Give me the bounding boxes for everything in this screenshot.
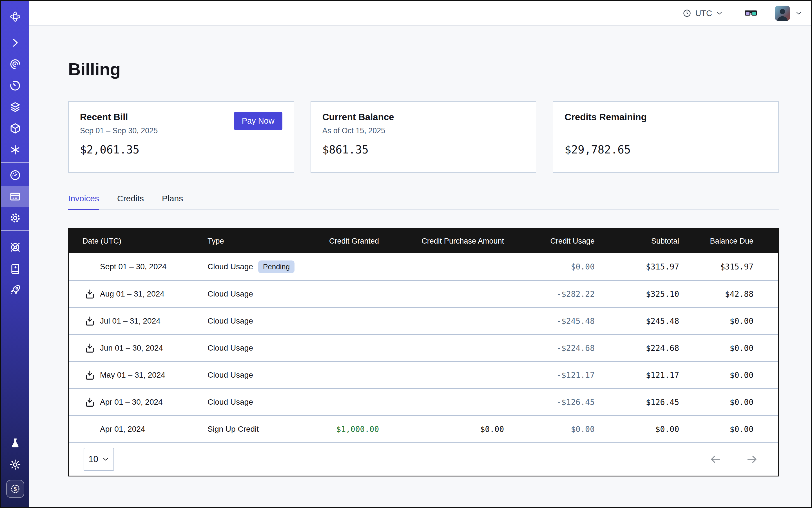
column-header-balance-due: Balance Due (703, 237, 778, 246)
helm-wheel-icon[interactable] (1, 237, 29, 258)
credits-remaining-amount: $29,782.65 (564, 143, 767, 156)
invoice-type: Cloud Usage (208, 344, 253, 352)
sidebar-divider (1, 230, 29, 231)
invoice-date: Jun 01 – 30, 2024 (100, 344, 163, 352)
invoice-type: Cloud Usage (208, 371, 253, 380)
invoice-type: Cloud Usage (208, 316, 253, 326)
rocket-icon[interactable] (1, 279, 29, 301)
cube-icon[interactable] (1, 118, 29, 139)
invoice-date: May 01 – 31, 2024 (100, 371, 165, 380)
balance-due: $0.00 (703, 371, 778, 380)
balance-due: $0.00 (703, 397, 778, 407)
orbit-logo-icon[interactable] (1, 1, 29, 32)
credit-usage: -$121.17 (528, 371, 619, 380)
pagination-arrows (708, 453, 760, 466)
tab-plans[interactable]: Plans (162, 194, 183, 210)
stereo-glasses-button[interactable] (743, 8, 759, 18)
download-invoice-button[interactable] (84, 369, 96, 381)
credit-usage: $0.00 (528, 262, 619, 271)
credits-remaining-card: Credits Remaining $29,782.65 (553, 101, 779, 173)
column-header-credit-usage: Credit Usage (528, 237, 619, 246)
column-header-subtotal: Subtotal (619, 237, 703, 246)
credit-usage: -$282.22 (528, 290, 619, 299)
invoice-type: Cloud Usage (208, 397, 253, 407)
tab-credits[interactable]: Credits (117, 194, 144, 210)
sidebar-spacer (1, 301, 29, 432)
table-row: Apr 01 – 30, 2024 Cloud Usage -$126.45 $… (69, 388, 778, 415)
timezone-selector[interactable]: UTC (681, 8, 725, 18)
sidebar-divider (1, 162, 29, 163)
invoice-date: Apr 01, 2024 (100, 425, 145, 434)
sidebar: $ (1, 1, 29, 507)
column-header-credit-granted: Credit Granted (309, 237, 403, 246)
page-size-select[interactable]: 10 (84, 448, 114, 471)
credit-purchase-amount: $0.00 (403, 425, 528, 434)
credit-usage: -$245.48 (528, 316, 619, 326)
current-balance-card: Current Balance As of Oct 15, 2025 $861.… (310, 101, 537, 173)
table-row: Jun 01 – 30, 2024 Cloud Usage -$224.68 $… (69, 334, 778, 361)
book-sparkle-icon[interactable] (1, 258, 29, 279)
gauge-icon[interactable] (1, 164, 29, 186)
table-row: Apr 01, 2024 Sign Up Credit $1,000.00 $0… (69, 415, 778, 442)
download-invoice-button[interactable] (84, 342, 96, 354)
table-header: Date (UTC) Type Credit Granted Credit Pu… (69, 229, 778, 253)
previous-page-button[interactable] (708, 453, 723, 466)
table-row: Jul 01 – 31, 2024 Cloud Usage -$245.48 $… (69, 307, 778, 334)
gear-icon[interactable] (1, 207, 29, 229)
subtotal: $245.48 (619, 316, 703, 326)
pay-now-button[interactable]: Pay Now (234, 112, 283, 130)
chevron-down-icon (102, 456, 109, 463)
timer-icon[interactable] (1, 75, 29, 96)
tab-invoices[interactable]: Invoices (68, 194, 99, 210)
account-menu[interactable] (775, 6, 803, 21)
balance-due: $42.88 (703, 290, 778, 299)
subtotal: $126.45 (619, 397, 703, 407)
invoice-date: Sept 01 – 30, 2024 (100, 262, 167, 271)
column-header-date: Date (UTC) (69, 237, 208, 246)
flask-icon[interactable] (1, 432, 29, 454)
app-window: $ UTC (0, 0, 812, 508)
credit-usage: -$126.45 (528, 397, 619, 407)
main-area: UTC Billing (29, 1, 811, 507)
topbar: UTC (29, 1, 811, 26)
invoice-date: Apr 01 – 30, 2024 (100, 397, 163, 407)
billing-page: Billing Recent Bill Sep 01 – Sep 30, 202… (29, 26, 811, 507)
download-slot (84, 423, 96, 435)
layers-icon[interactable] (1, 96, 29, 118)
summary-cards: Recent Bill Sep 01 – Sep 30, 2025 $2,061… (68, 101, 779, 173)
arrow-right-icon (746, 453, 758, 465)
subtotal: $325.10 (619, 290, 703, 299)
page-title: Billing (68, 59, 779, 79)
clock-icon (682, 9, 691, 18)
expand-sidebar-chevron-right-icon[interactable] (1, 32, 29, 53)
credit-usage: -$224.68 (528, 344, 619, 353)
dollar-badge-icon: $ (6, 480, 24, 498)
page-size-value: 10 (88, 454, 98, 464)
card-title: Credits Remaining (564, 112, 767, 123)
subtotal: $0.00 (619, 425, 703, 434)
current-balance-amount: $861.35 (323, 143, 525, 156)
svg-text:$: $ (14, 486, 17, 492)
invoice-date: Aug 01 – 31, 2024 (100, 290, 164, 298)
recent-bill-amount: $2,061.35 (80, 143, 283, 156)
download-icon (84, 370, 95, 381)
eye-spiral-icon[interactable] (1, 53, 29, 75)
download-invoice-button[interactable] (84, 288, 96, 300)
download-invoice-button[interactable] (84, 396, 96, 408)
asterisk-icon[interactable] (1, 139, 29, 161)
credits-badge-button[interactable]: $ (1, 475, 29, 502)
invoices-table: Date (UTC) Type Credit Granted Credit Pu… (68, 228, 779, 476)
sun-icon[interactable] (1, 454, 29, 475)
download-icon (84, 288, 95, 300)
credit-usage: $0.00 (528, 425, 619, 434)
download-invoice-button[interactable] (84, 315, 96, 327)
credit-granted: $1,000.00 (309, 425, 403, 434)
subtotal: $224.68 (619, 344, 703, 353)
download-icon (84, 342, 95, 354)
billing-card-icon (9, 190, 22, 203)
chevron-down-icon (716, 9, 723, 17)
chevron-down-icon (795, 9, 803, 17)
table-row: Aug 01 – 31, 2024 Cloud Usage -$282.22 $… (69, 280, 778, 307)
sidebar-item-billing[interactable] (1, 186, 29, 207)
next-page-button[interactable] (744, 453, 760, 466)
